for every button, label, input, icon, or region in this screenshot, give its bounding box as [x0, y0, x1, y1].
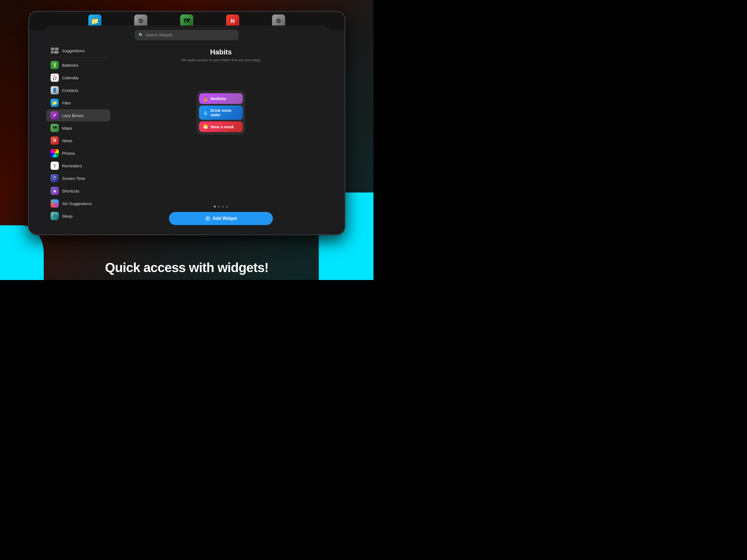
sidebar-item-suggestions[interactable]: Suggestions: [46, 45, 110, 57]
sidebar-label-screentime: Screen Time: [62, 176, 85, 181]
page-dots: [214, 206, 228, 207]
sidebar-item-sleep[interactable]: 💤 Sleep: [46, 210, 110, 222]
habit-emoji-water: 💧: [203, 110, 208, 116]
reminders-icon: ☰: [51, 161, 59, 170]
shortcuts-icon: ◈: [51, 187, 59, 195]
habit-emoji-meditate: 🧘: [203, 96, 208, 101]
batteries-icon: 🔋: [51, 61, 59, 69]
sidebar: Suggestions 🔋 Batteries THU 17 Calendar: [44, 42, 112, 232]
habit-item-water[interactable]: 💧 Drink some water: [199, 105, 243, 120]
add-icon: +: [205, 216, 210, 221]
sidebar-item-lazybones[interactable]: ✓ Lazy Bones: [46, 109, 110, 121]
search-placeholder: Search Widgets: [146, 33, 173, 37]
lazybones-icon: ✓: [51, 111, 59, 120]
sidebar-item-batteries[interactable]: 🔋 Batteries: [46, 59, 110, 71]
sidebar-label-reminders: Reminders: [62, 163, 82, 168]
habit-label-water: Drink some water: [210, 108, 239, 117]
main-content: Suggestions 🔋 Batteries THU 17 Calendar: [44, 42, 330, 232]
sidebar-item-screentime[interactable]: ⏱ Screen Time: [46, 172, 110, 184]
sidebar-item-photos[interactable]: Photos: [46, 147, 110, 159]
ipad-frame: 📁 ⚙ 🗺 N ⚙ 🔍 Search Widgets: [28, 11, 345, 235]
habit-emoji-mask: 😷: [203, 124, 208, 129]
sidebar-label-contacts: Contacts: [62, 88, 78, 93]
contacts-icon: 👤: [51, 86, 59, 94]
suggestions-icon: [51, 47, 59, 55]
sidebar-item-files[interactable]: 📁 Files: [46, 97, 110, 109]
sidebar-label-lazybones: Lazy Bones: [62, 113, 83, 118]
search-icon: 🔍: [138, 33, 143, 37]
sidebar-label-sleep: Sleep: [62, 214, 73, 219]
sleep-icon: 💤: [51, 212, 59, 220]
sidebar-item-calendar[interactable]: THU 17 Calendar: [46, 72, 110, 84]
bottom-caption: Quick access with widgets!: [0, 260, 374, 275]
sidebar-label-calendar: Calendar: [62, 75, 79, 80]
sidebar-divider: [48, 58, 108, 58]
widget-title: Habits: [210, 48, 232, 56]
photos-icon: [51, 149, 59, 157]
svg-rect-2: [51, 51, 53, 54]
svg-rect-0: [51, 48, 54, 50]
sidebar-item-news[interactable]: N News: [46, 134, 110, 147]
add-widget-label: Add Widget: [213, 216, 237, 221]
sidebar-label-news: News: [62, 138, 73, 143]
sidebar-label-siri: Siri Suggestions: [62, 201, 92, 206]
sidebar-item-contacts[interactable]: 👤 Contacts: [46, 84, 110, 96]
add-widget-button[interactable]: + Add Widget: [169, 212, 273, 225]
sidebar-label-files: Files: [62, 101, 71, 105]
widget-panel: 🔍 Search Widgets Suggesti: [44, 25, 330, 232]
dot-1[interactable]: [214, 206, 216, 207]
sidebar-label-shortcuts: Shortcuts: [62, 189, 79, 193]
widget-subtitle: Get quick access to your habits that are…: [181, 58, 261, 62]
habit-item-mask[interactable]: 😷 Wear a mask: [199, 121, 243, 132]
sidebar-item-siri[interactable]: Siri Suggestions: [46, 198, 110, 209]
siri-icon: [51, 199, 59, 207]
dot-2[interactable]: [218, 206, 220, 207]
sidebar-label-maps: Maps: [62, 126, 72, 130]
habit-label-meditate: Meditate: [210, 97, 226, 101]
svg-rect-1: [55, 48, 58, 50]
habit-item-meditate[interactable]: 🧘 Meditate: [199, 93, 243, 104]
svg-rect-3: [54, 51, 58, 54]
sidebar-item-maps[interactable]: 🗺 Maps: [46, 122, 110, 134]
habit-label-mask: Wear a mask: [210, 125, 234, 129]
sidebar-label-batteries: Batteries: [62, 63, 78, 68]
widget-preview: 🧘 Meditate 💧 Drink some water 😷 Wear a m…: [196, 91, 246, 135]
news-icon: N: [51, 136, 59, 145]
files-icon: 📁: [51, 99, 59, 107]
sidebar-item-shortcuts[interactable]: ◈ Shortcuts: [46, 185, 110, 197]
search-bar[interactable]: 🔍 Search Widgets: [135, 30, 239, 40]
sidebar-label-suggestions: Suggestions: [62, 48, 85, 53]
calendar-icon: THU 17: [51, 74, 59, 82]
dot-3[interactable]: [222, 206, 224, 207]
maps-icon: 🗺: [51, 124, 59, 132]
sidebar-item-reminders[interactable]: ☰ Reminders: [46, 160, 110, 172]
screentime-icon: ⏱: [51, 174, 59, 182]
dot-4[interactable]: [226, 206, 228, 207]
right-content: Habits Get quick access to your habits t…: [112, 42, 330, 232]
sidebar-label-photos: Photos: [62, 151, 75, 156]
